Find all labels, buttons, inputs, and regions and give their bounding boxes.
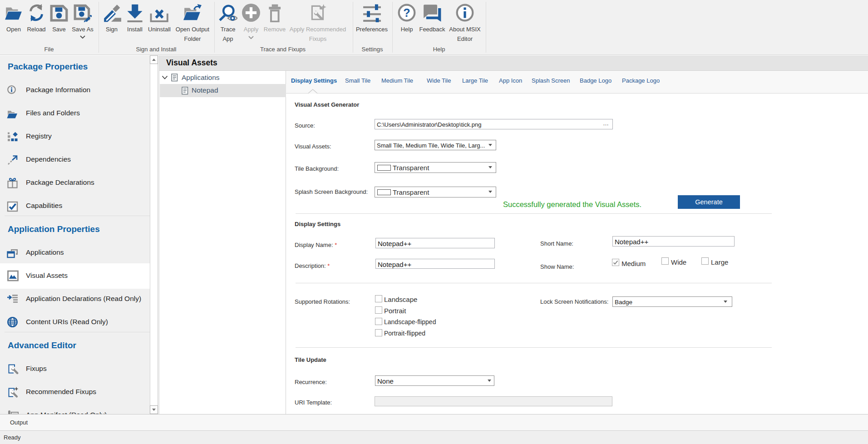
svg-text:?: ? bbox=[403, 6, 410, 19]
